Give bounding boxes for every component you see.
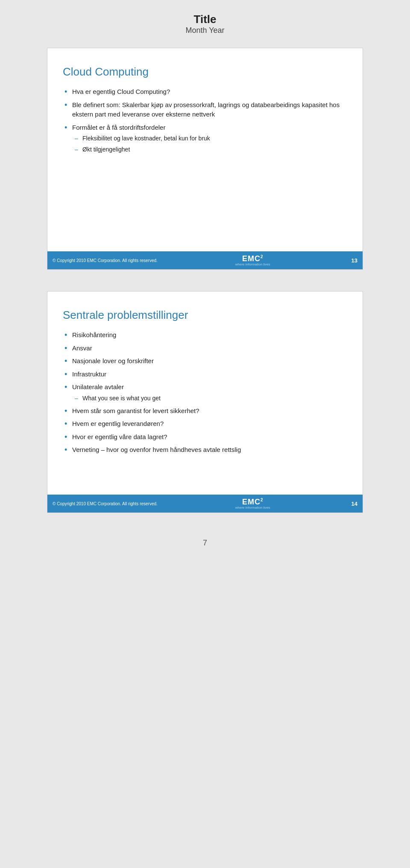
slide-1-sub-2: Økt tilgjengelighet	[72, 145, 347, 154]
slide-2-emc-logo: EMC2 where information lives	[235, 498, 274, 510]
slide-1: Cloud Computing Hva er egentlig Cloud Co…	[47, 48, 363, 270]
emc-logo-1: EMC2 where information lives	[235, 255, 270, 266]
page-title: Title	[185, 13, 224, 26]
slide-2-page-number: 14	[351, 501, 357, 507]
slide-2-footer: © Copyright 2010 EMC Corporation. All ri…	[47, 495, 363, 513]
slide-2-sub-1: What you see is what you get	[72, 394, 347, 403]
slide-1-bullet-list: Hva er egentlig Cloud Computing? Ble def…	[63, 87, 347, 154]
slide-1-title: Cloud Computing	[63, 65, 347, 79]
slide-2-bullet-6: Hvem står som garantist for levert sikke…	[63, 406, 347, 416]
slide-1-page-number: 13	[351, 257, 357, 264]
page-header: Title Month Year	[185, 9, 224, 35]
slide-1-footer: © Copyright 2010 EMC Corporation. All ri…	[47, 251, 363, 269]
slide-1-sub-list: Fleksibilitet og lave kostnader, betal k…	[72, 134, 347, 154]
slide-2-bullet-5: Unilaterale avtaler What you see is what…	[63, 382, 347, 403]
slide-1-emc-logo: EMC2 where information lives	[235, 255, 274, 266]
slide-2-bullet-9: Verneting – hvor og ovenfor hvem håndhev…	[63, 445, 347, 455]
slide-2-bullet-8: Hvor er egentlig våre data lagret?	[63, 432, 347, 442]
slide-2-sub-list: What you see is what you get	[72, 394, 347, 403]
slide-1-bullet-1: Hva er egentlig Cloud Computing?	[63, 87, 347, 97]
slide-2-bullet-7: Hvem er egentlig leverandøren?	[63, 419, 347, 429]
slide-1-copyright: © Copyright 2010 EMC Corporation. All ri…	[53, 258, 158, 263]
slide-2-bullet-3: Nasjonale lover og forskrifter	[63, 356, 347, 366]
bottom-page-number: 7	[203, 539, 207, 548]
emc-logo-2: EMC2 where information lives	[235, 498, 270, 510]
slide-2: Sentrale problemstillinger Risikohånteri…	[47, 291, 363, 513]
slide-1-sub-1: Fleksibilitet og lave kostnader, betal k…	[72, 134, 347, 143]
slide-2-bullet-1: Risikohåntering	[63, 330, 347, 340]
page-subtitle: Month Year	[185, 26, 224, 35]
slide-2-bullet-list: Risikohåntering Ansvar Nasjonale lover o…	[63, 330, 347, 455]
slide-2-title: Sentrale problemstillinger	[63, 309, 347, 322]
slide-1-bullet-2: Ble definert som: Skalerbar kjøp av pros…	[63, 100, 347, 119]
slide-2-bullet-2: Ansvar	[63, 344, 347, 353]
slide-2-bullet-4: Infrastruktur	[63, 370, 347, 379]
slide-2-copyright: © Copyright 2010 EMC Corporation. All ri…	[53, 501, 158, 506]
slide-1-bullet-3: Formålet er å få stordriftsfordeler Flek…	[63, 123, 347, 154]
